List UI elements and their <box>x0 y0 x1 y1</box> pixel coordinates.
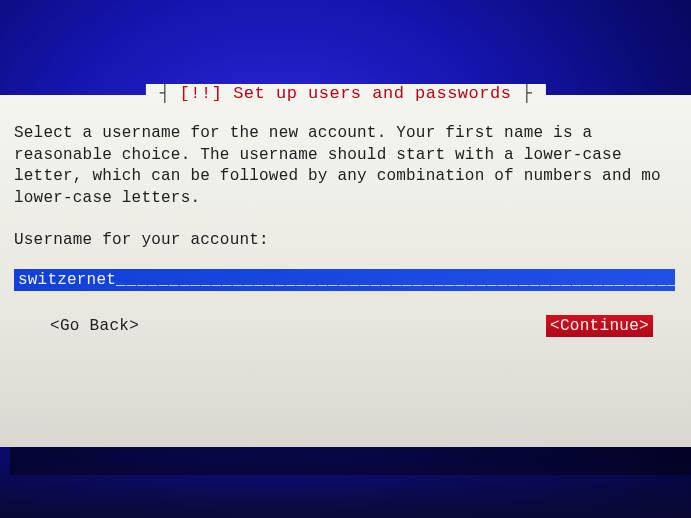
username-input[interactable]: switzernet______________________________… <box>14 269 675 291</box>
go-back-button[interactable]: <Go Back> <box>50 317 139 335</box>
input-padding: ________________________________________… <box>116 271 675 289</box>
dialog-title-bar: ┤ [!!] Set up users and passwords ├ <box>145 84 545 103</box>
continue-button[interactable]: <Continue> <box>546 315 653 337</box>
username-input-value: switzernet <box>18 271 116 289</box>
dialog-body-text: Select a username for the new account. Y… <box>14 123 675 209</box>
button-row: <Go Back> <Continue> <box>14 315 675 337</box>
title-right-pipe: ├ <box>517 84 535 103</box>
username-prompt-label: Username for your account: <box>14 231 675 249</box>
desktop-background <box>0 458 691 518</box>
title-left-pipe: ┤ <box>155 84 173 103</box>
dialog-title: [!!] Set up users and passwords <box>174 84 518 103</box>
installer-dialog: ┤ [!!] Set up users and passwords ├ Sele… <box>0 95 691 447</box>
